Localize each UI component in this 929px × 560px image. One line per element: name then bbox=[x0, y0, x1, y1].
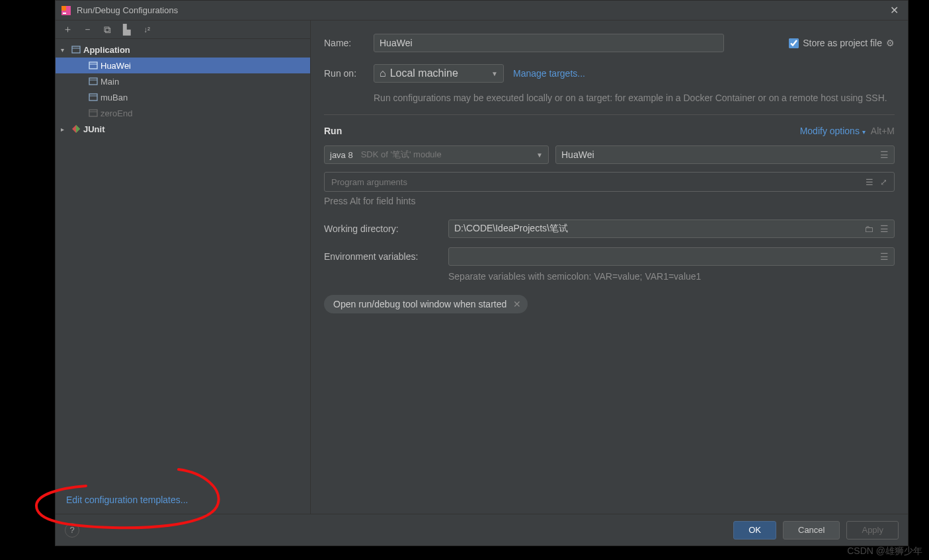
svg-rect-2 bbox=[63, 13, 66, 14]
name-input[interactable] bbox=[374, 34, 724, 52]
cancel-button[interactable]: Cancel bbox=[783, 521, 840, 540]
help-icon[interactable]: ? bbox=[65, 523, 79, 538]
sidebar-footer: Edit configuration templates... bbox=[56, 486, 310, 514]
svg-rect-11 bbox=[89, 110, 97, 116]
svg-rect-9 bbox=[89, 94, 97, 100]
runon-value: Local machine bbox=[390, 67, 458, 79]
remove-icon[interactable]: － bbox=[82, 23, 93, 36]
main-class-input[interactable]: HuaWei ☰ bbox=[555, 145, 895, 164]
tree-node-application[interactable]: ▾ Application bbox=[56, 42, 310, 58]
titlebar: Run/Debug Configurations ✕ bbox=[56, 1, 908, 20]
run-section-header: Run Modify options ▾ Alt+M bbox=[324, 126, 895, 136]
edit-templates-link[interactable]: Edit configuration templates... bbox=[66, 495, 188, 505]
svg-rect-1 bbox=[61, 6, 66, 11]
home-icon: ⌂ bbox=[380, 67, 386, 79]
args-placeholder: Program arguments bbox=[331, 177, 407, 187]
run-config-icon bbox=[87, 76, 99, 87]
jdk-dropdown[interactable]: java 8 SDK of '笔试' module ▼ bbox=[324, 145, 549, 164]
ok-button[interactable]: OK bbox=[733, 521, 776, 540]
tree-label: JUnit bbox=[82, 124, 105, 134]
add-icon[interactable]: ＋ bbox=[62, 23, 73, 36]
jdk-row: java 8 SDK of '笔试' module ▼ HuaWei ☰ bbox=[324, 145, 895, 164]
close-icon[interactable]: ✕ bbox=[513, 299, 521, 309]
main-class-value: HuaWei bbox=[561, 149, 594, 160]
intellij-icon bbox=[61, 5, 71, 16]
runon-label: Run on: bbox=[324, 68, 374, 79]
store-checkbox[interactable] bbox=[789, 38, 799, 48]
dialog-body: ＋ － ⧉ ▙ ↓² ▾ Application HuaWei Main bbox=[56, 20, 908, 514]
tree-item-main[interactable]: Main bbox=[56, 73, 310, 89]
expand-icon[interactable]: ⤢ bbox=[880, 177, 887, 187]
run-section-title: Run bbox=[324, 126, 342, 136]
watermark: CSDN @雄狮少年 bbox=[847, 545, 922, 557]
gear-icon[interactable]: ⚙ bbox=[886, 38, 895, 48]
divider bbox=[324, 114, 895, 115]
name-label: Name: bbox=[324, 38, 374, 48]
tree-label: Application bbox=[82, 45, 130, 55]
env-label: Environment variables: bbox=[324, 251, 448, 262]
folder-icon[interactable]: 🗀 bbox=[864, 223, 873, 234]
dialog-footer: ? OK Cancel Apply bbox=[56, 514, 908, 545]
list-icon[interactable]: ☰ bbox=[880, 251, 889, 262]
store-label: Store as project file bbox=[803, 38, 882, 48]
svg-rect-5 bbox=[89, 62, 97, 69]
chip-label: Open run/debug tool window when started bbox=[333, 299, 506, 309]
jdk-hint: SDK of '笔试' module bbox=[361, 149, 442, 161]
workdir-input[interactable]: D:\CODE\IdeaProjects\笔试 🗀 ☰ bbox=[448, 220, 895, 238]
tree-label: zeroEnd bbox=[99, 108, 132, 118]
program-arguments-input[interactable]: Program arguments ☰ ⤢ bbox=[324, 172, 895, 192]
copy-icon[interactable]: ⧉ bbox=[102, 24, 112, 36]
junit-icon bbox=[70, 124, 82, 134]
config-tree: ▾ Application HuaWei Main muBan bbox=[56, 39, 310, 486]
env-input[interactable]: ☰ bbox=[448, 247, 895, 266]
tree-label: HuaWei bbox=[99, 61, 131, 71]
chevron-down-icon: ▼ bbox=[491, 70, 498, 77]
sort-icon[interactable]: ↓² bbox=[141, 25, 152, 34]
store-as-project-file[interactable]: Store as project file ⚙ bbox=[789, 38, 895, 48]
manage-targets-link[interactable]: Manage targets... bbox=[513, 68, 585, 79]
list-icon[interactable]: ☰ bbox=[880, 223, 889, 234]
svg-rect-3 bbox=[72, 46, 80, 53]
runon-description: Run configurations may be executed local… bbox=[374, 91, 895, 105]
env-row: Environment variables: ☰ bbox=[324, 247, 895, 266]
tree-label: Main bbox=[99, 77, 119, 87]
tree-item-zeroend[interactable]: zeroEnd bbox=[56, 105, 310, 121]
chevron-down-icon: ▾ bbox=[61, 46, 70, 54]
window-title: Run/Debug Configurations bbox=[77, 5, 886, 15]
main-panel: Name: Store as project file ⚙ Run on: ⌂ … bbox=[311, 20, 908, 514]
run-config-icon bbox=[87, 92, 99, 102]
modify-options-link[interactable]: Modify options ▾ bbox=[800, 126, 866, 136]
runon-dropdown[interactable]: ⌂ Local machine ▼ bbox=[374, 64, 504, 83]
workdir-value: D:\CODE\IdeaProjects\笔试 bbox=[454, 223, 568, 235]
sidebar-toolbar: ＋ － ⧉ ▙ ↓² bbox=[56, 20, 310, 39]
tree-node-junit[interactable]: ▸ JUnit bbox=[56, 121, 310, 137]
modify-shortcut: Alt+M bbox=[871, 126, 895, 136]
chevron-right-icon: ▸ bbox=[61, 126, 70, 133]
field-hints-text: Press Alt for field hints bbox=[324, 196, 895, 206]
run-debug-dialog: Run/Debug Configurations ✕ ＋ － ⧉ ▙ ↓² ▾ … bbox=[55, 0, 909, 546]
tree-item-muban[interactable]: muBan bbox=[56, 89, 310, 105]
tree-item-huawei[interactable]: HuaWei bbox=[56, 58, 310, 73]
chevron-down-icon: ▼ bbox=[536, 151, 543, 159]
svg-rect-7 bbox=[89, 78, 97, 85]
close-icon[interactable]: ✕ bbox=[886, 4, 903, 17]
list-icon[interactable]: ☰ bbox=[866, 177, 873, 187]
runon-row: Run on: ⌂ Local machine ▼ Manage targets… bbox=[324, 64, 895, 83]
apply-button[interactable]: Apply bbox=[846, 521, 899, 540]
jdk-value: java 8 bbox=[330, 150, 353, 160]
list-icon[interactable]: ☰ bbox=[880, 149, 889, 160]
application-icon bbox=[70, 44, 82, 55]
working-directory-row: Working directory: D:\CODE\IdeaProjects\… bbox=[324, 220, 895, 238]
name-row: Name: Store as project file ⚙ bbox=[324, 34, 895, 52]
env-hint: Separate variables with semicolon: VAR=v… bbox=[448, 271, 895, 282]
sidebar: ＋ － ⧉ ▙ ↓² ▾ Application HuaWei Main bbox=[56, 20, 311, 514]
folder-icon[interactable]: ▙ bbox=[122, 24, 132, 36]
run-config-icon bbox=[87, 60, 99, 71]
run-config-icon bbox=[87, 108, 99, 118]
tree-label: muBan bbox=[99, 93, 128, 102]
workdir-label: Working directory: bbox=[324, 223, 448, 234]
open-tool-window-chip[interactable]: Open run/debug tool window when started … bbox=[324, 295, 528, 313]
